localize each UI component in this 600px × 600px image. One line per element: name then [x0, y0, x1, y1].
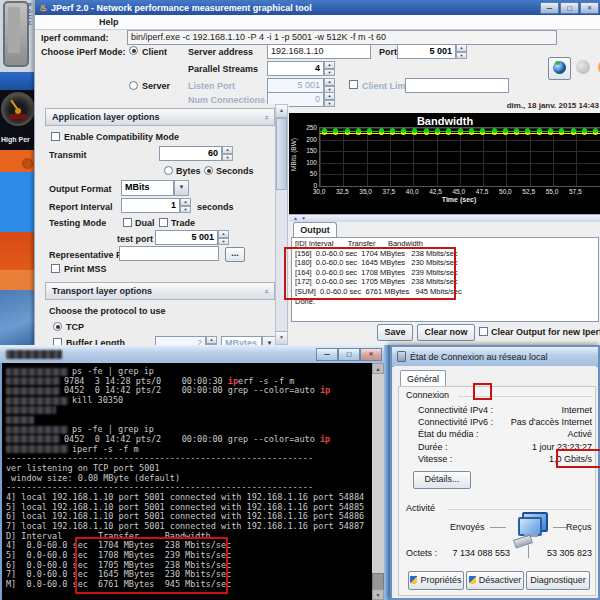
- scroll-down-arrow[interactable]: ▼: [276, 331, 287, 344]
- redacted-block: [6, 377, 60, 385]
- save-button[interactable]: Save: [377, 324, 413, 341]
- diagnose-button[interactable]: Diagnostiquer: [526, 571, 590, 590]
- red-band: [0, 232, 34, 270]
- collapse-icon[interactable]: »: [261, 289, 270, 293]
- output-format-combo[interactable]: MBits▼: [121, 180, 189, 196]
- annotation-speed: [556, 449, 600, 468]
- annotation-output-results: [284, 247, 456, 300]
- uac-shield-icon: [469, 576, 476, 584]
- report-interval-label: Report Interval: [49, 202, 113, 212]
- tcp-radio[interactable]: [53, 322, 62, 331]
- tcp-label: TCP: [66, 322, 84, 332]
- close-button[interactable]: ✕: [580, 2, 599, 14]
- buffer-length-spinner: 2▲▼: [155, 336, 217, 345]
- test-port-spinner[interactable]: 5 001▲▼: [155, 230, 229, 245]
- orange-band: [0, 150, 34, 172]
- minimize-button[interactable]: —: [540, 2, 559, 14]
- protocol-label: Choose the protocol to use: [49, 306, 166, 316]
- connection-title: État de Connexion au réseau local: [410, 352, 548, 362]
- transmit-spinner[interactable]: 60▲▼: [159, 146, 233, 161]
- chevron-down-icon[interactable]: ▼: [174, 180, 189, 196]
- redacted-block: [6, 416, 34, 424]
- connection-row: Connectivité IPv4 :Internet: [418, 405, 592, 415]
- terminal-line: window size: 0.08 MByte (default): [6, 473, 384, 483]
- bandwidth-chart: Bandwidth MBits (BW) 250200150100500 30,…: [289, 113, 600, 214]
- clear-now-button[interactable]: Clear now: [417, 324, 475, 341]
- scroll-down-arrow[interactable]: ▼: [372, 589, 384, 600]
- computer-icon: [510, 512, 550, 546]
- redacted-block: [6, 426, 68, 434]
- port-spinner[interactable]: 5 001▲▼: [397, 44, 467, 59]
- clear-output-checkbox[interactable]: [479, 327, 488, 336]
- chart-yticks: 250200150100500: [289, 113, 317, 214]
- terminal-scrollbar[interactable]: ▲ ▼: [372, 363, 384, 600]
- port-up[interactable]: ▲: [456, 44, 467, 52]
- buffer-length-checkbox[interactable]: [53, 338, 62, 345]
- terminal-line: 5] local 192.168.1.10 port 5001 connecte…: [6, 502, 384, 512]
- transport-layer-header[interactable]: Transport layer options»: [45, 282, 275, 300]
- trade-checkbox[interactable]: [159, 218, 168, 227]
- parallel-streams-spinner[interactable]: 4▲▼: [267, 61, 335, 76]
- desktop: P 1- C 2. High Per ♨ JPerf 2.0 - Network…: [0, 0, 600, 600]
- data-point: [492, 128, 497, 133]
- maximize-button[interactable]: □: [338, 348, 360, 361]
- seconds-radio[interactable]: [204, 166, 213, 175]
- server-address-label: Server address: [188, 47, 253, 57]
- octets-sent-value: 7 134 088 553: [450, 548, 510, 558]
- wallpaper: [0, 290, 34, 345]
- redacted-block: [6, 368, 68, 376]
- browse-button[interactable]: ...: [225, 247, 245, 262]
- port-down[interactable]: ▼: [456, 52, 467, 60]
- restart-iperf-button[interactable]: [595, 57, 600, 78]
- disable-button[interactable]: Désactiver: [466, 571, 524, 590]
- collapse-icon[interactable]: »: [261, 115, 270, 119]
- sent-label: Envoyés: [450, 522, 485, 532]
- scroll-thumb[interactable]: [276, 118, 287, 190]
- server-radio[interactable]: [129, 81, 138, 90]
- properties-button[interactable]: Propriétés: [408, 571, 464, 590]
- terminal-line: kill 30350: [6, 395, 384, 405]
- annotation-terminal-results: [75, 537, 228, 594]
- bright-blue-band: [0, 172, 34, 232]
- close-button[interactable]: ✕: [360, 348, 382, 361]
- print-mss-checkbox[interactable]: [51, 264, 60, 273]
- terminal-title-redacted: [6, 350, 62, 359]
- details-button[interactable]: Détails...: [413, 471, 471, 489]
- terminal-line: 0452 0 14:42 pts/2 00:00:00 grep --color…: [6, 434, 384, 444]
- report-interval-unit: seconds: [197, 202, 234, 212]
- dual-checkbox[interactable]: [123, 218, 132, 227]
- terminal-titlebar[interactable]: — □ ✕: [0, 345, 390, 364]
- data-point: [571, 128, 576, 133]
- compat-checkbox[interactable]: [51, 132, 60, 141]
- rep-file-field[interactable]: [119, 246, 219, 261]
- run-iperf-button[interactable]: [548, 57, 571, 80]
- server-address-field[interactable]: 192.168.1.10: [267, 44, 371, 59]
- scroll-up-arrow[interactable]: ▲: [372, 363, 384, 374]
- octets-label: Octets :: [406, 548, 437, 558]
- clear-output-label: Clear Output for new Iperf Run: [491, 327, 600, 337]
- chart-title: Bandwidth: [289, 115, 600, 127]
- terminal-line: ps -fe | grep ip: [6, 424, 384, 434]
- activity-group-label: Activité: [406, 503, 435, 513]
- app-layer-header[interactable]: Application layer options»: [45, 108, 275, 126]
- trade-label: Trade: [171, 218, 195, 228]
- minimize-button[interactable]: —: [316, 348, 338, 361]
- chart-datetime: dim., 18 janv. 2015 14:43: [289, 101, 599, 110]
- java-icon: ♨: [39, 3, 47, 13]
- iperf-command-field[interactable]: bin/iperf.exe -c 192.168.1.10 -P 4 -i 1 …: [127, 30, 557, 45]
- background-window-strip: P 1- C 2. High Per: [0, 0, 34, 345]
- terminal-line: 4] local 192.168.1.10 port 5001 connecte…: [6, 492, 384, 502]
- client-limit-field[interactable]: [405, 78, 509, 93]
- terminal-line: 9784 3 14:28 pts/0 00:00:30 iperf -s -f …: [6, 376, 384, 386]
- client-limit-checkbox[interactable]: [349, 80, 358, 89]
- scroll-up-arrow[interactable]: ▲: [276, 105, 287, 118]
- report-interval-spinner[interactable]: 1▲▼: [121, 198, 191, 213]
- options-scrollbar[interactable]: ▲ ▼: [275, 104, 288, 345]
- bytes-radio[interactable]: [164, 166, 173, 175]
- globe-icon: [553, 61, 566, 74]
- maximize-button[interactable]: □: [560, 2, 579, 14]
- connection-titlebar[interactable]: État de Connexion au réseau local: [392, 347, 598, 367]
- client-radio[interactable]: [129, 46, 138, 55]
- menu-help[interactable]: Help: [99, 17, 119, 27]
- jperf-titlebar[interactable]: ♨ JPerf 2.0 - Network performance measur…: [35, 0, 600, 15]
